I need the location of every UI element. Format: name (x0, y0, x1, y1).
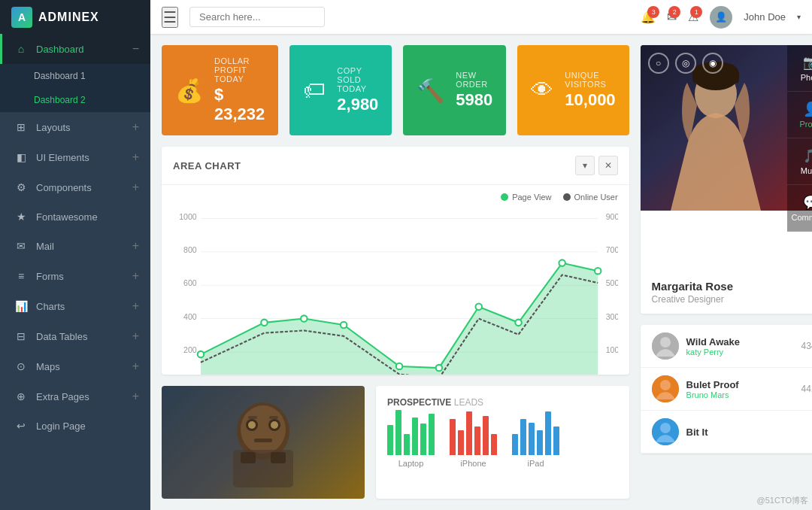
svg-point-25 (515, 320, 521, 326)
laptop-bar-3 (404, 434, 410, 455)
legend-dot-onlineuser (563, 193, 571, 201)
sidebar-item-extra-pages[interactable]: ⊕ Extra Pages + (0, 381, 150, 411)
sidebar-item-components[interactable]: ⚙ Components + (0, 172, 150, 202)
ipad-bar-5 (545, 411, 551, 455)
visitors-info: Unique Visitors 10,000 (565, 71, 615, 110)
ui-elements-icon: ◧ (14, 151, 29, 163)
sidebar-label-data-tables: Data Tables (36, 331, 87, 342)
sidebar-expand-maps[interactable]: + (132, 360, 139, 373)
laptop-bars (387, 410, 435, 455)
sidebar-expand-mail[interactable]: + (132, 239, 139, 253)
hamburger-button[interactable]: ☰ (162, 7, 178, 28)
robot-image (162, 386, 365, 499)
notifications-alert-button[interactable]: ⚠ 1 (688, 10, 698, 24)
sidebar-label-mail: Mail (36, 241, 54, 252)
legend-online-user: Online User (563, 193, 618, 202)
sidebar-item-charts[interactable]: 📊 Charts + (0, 291, 150, 321)
charts-icon: 📊 (14, 300, 29, 312)
sidebar-expand-charts[interactable]: + (132, 299, 139, 313)
notifications-mail-button[interactable]: ✉ 2 (667, 10, 677, 24)
bell-badge: 3 (647, 6, 659, 18)
sidebar-item-dashboard[interactable]: ⌂ Dashboard − (0, 34, 150, 64)
iphone-bar-group: iPhone (450, 410, 497, 468)
profile-profile-button[interactable]: 👤 Profile (787, 92, 812, 138)
svg-text:600: 600 (183, 278, 197, 287)
svg-point-52 (660, 380, 671, 390)
song-item-2[interactable]: Bit It (641, 411, 812, 454)
chart-close-button[interactable]: ✕ (598, 156, 618, 175)
orders-info: New Order 5980 (456, 71, 492, 110)
ipad-bar-3 (529, 423, 535, 455)
profile-music-button[interactable]: 🎵 Music (787, 138, 812, 185)
forms-icon: ≡ (14, 270, 29, 282)
profile-circle-icon[interactable]: ○ (648, 53, 669, 74)
svg-point-50 (660, 337, 671, 348)
robot-card (162, 386, 365, 499)
sidebar-expand-extra-pages[interactable]: + (132, 390, 139, 403)
chart-header: AREA CHART ▾ ✕ (162, 147, 629, 185)
visitors-value: 10,000 (565, 90, 615, 110)
svg-text:200: 200 (183, 345, 197, 354)
svg-point-20 (301, 315, 307, 321)
svg-point-54 (660, 423, 671, 433)
profile-social-icon[interactable]: ◉ (702, 53, 723, 74)
profile-photo-button[interactable]: 📷 Photo (787, 45, 812, 92)
profit-icon: 💰 (175, 77, 203, 104)
song-item-0[interactable]: Wild Awake katy Perry 434 ♥ (641, 325, 812, 368)
sidebar-collapse-dashboard[interactable]: − (132, 42, 139, 56)
profile-twitter-icon[interactable]: ◎ (675, 53, 696, 74)
sidebar-sub-item-dashboard1[interactable]: Dashboard 1 (0, 64, 150, 88)
svg-point-22 (396, 363, 402, 369)
search-input[interactable] (189, 7, 325, 27)
laptop-bar-5 (420, 423, 426, 455)
user-name[interactable]: John Doe (744, 11, 786, 23)
song-artist-1: Bruno Mars (686, 390, 794, 399)
sidebar-item-ui-elements[interactable]: ◧ UI Elements + (0, 142, 150, 172)
sidebar: A ADMINEX ⌂ Dashboard − Dashboard 1 Dash… (0, 0, 150, 510)
laptop-bar-4 (412, 417, 418, 455)
sidebar-item-mail[interactable]: ✉ Mail + (0, 231, 150, 261)
song-avatar-1 (652, 375, 679, 402)
sidebar-label-forms: Forms (36, 271, 64, 282)
sidebar-label-layouts: Layouts (36, 122, 71, 133)
sidebar-sub-item-dashboard2[interactable]: Dashboard 2 (0, 88, 150, 112)
ipad-bar-2 (520, 419, 526, 455)
alert-badge: 1 (690, 6, 702, 18)
ipad-bar-4 (537, 430, 543, 455)
svg-text:100: 100 (606, 345, 618, 354)
iphone-label: iPhone (460, 459, 486, 468)
sidebar-item-forms[interactable]: ≡ Forms + (0, 261, 150, 291)
sidebar-item-fontawesome[interactable]: ★ Fontawesome (0, 202, 150, 231)
components-icon: ⚙ (14, 181, 29, 193)
sidebar-item-login[interactable]: ↩ Login Page (0, 411, 150, 440)
sidebar-item-data-tables[interactable]: ⊟ Data Tables + (0, 321, 150, 351)
song-item-1[interactable]: Bulet Proof Bruno Mars 441 ♥ (641, 368, 812, 411)
svg-point-23 (436, 365, 442, 371)
sidebar-expand-data-tables[interactable]: + (132, 329, 139, 343)
sidebar-expand-ui-elements[interactable]: + (132, 150, 139, 164)
profit-value: $ 23,232 (214, 85, 265, 124)
song-likes-0: 434 ♥ (801, 341, 812, 351)
leads-card: PROSPECTIVE LEADS (376, 386, 629, 499)
sidebar-expand-layouts[interactable]: + (132, 120, 139, 134)
leads-bars: Laptop iPhone (387, 415, 618, 468)
right-panel: ○ ◎ ◉ 📷 Photo 👤 Profile (641, 45, 812, 499)
legend-label-pageview: Page View (512, 193, 551, 202)
sidebar-item-maps[interactable]: ⊙ Maps + (0, 351, 150, 381)
laptop-bar-1 (387, 425, 393, 455)
sidebar-expand-forms[interactable]: + (132, 269, 139, 283)
user-dropdown-icon[interactable]: ▾ (797, 13, 801, 21)
stat-card-profit: 💰 Dollar Profit Today $ 23,232 (162, 45, 278, 135)
svg-text:800: 800 (183, 245, 197, 254)
chart-collapse-button[interactable]: ▾ (575, 156, 595, 175)
notifications-bell-button[interactable]: 🔔 3 (641, 10, 656, 24)
song-info-2: Bit It (686, 427, 812, 438)
svg-text:1000: 1000 (179, 212, 197, 221)
profile-comments-button[interactable]: 💬 Comments (787, 185, 812, 232)
header: ☰ 🔔 3 ✉ 2 ⚠ 1 👤 John Doe ▾ (150, 0, 812, 34)
sidebar-item-layouts[interactable]: ⊞ Layouts + (0, 112, 150, 142)
sidebar-expand-components[interactable]: + (132, 181, 139, 194)
song-likes-1: 441 ♥ (801, 384, 812, 394)
profit-info: Dollar Profit Today $ 23,232 (214, 56, 265, 124)
login-icon: ↩ (14, 420, 29, 432)
